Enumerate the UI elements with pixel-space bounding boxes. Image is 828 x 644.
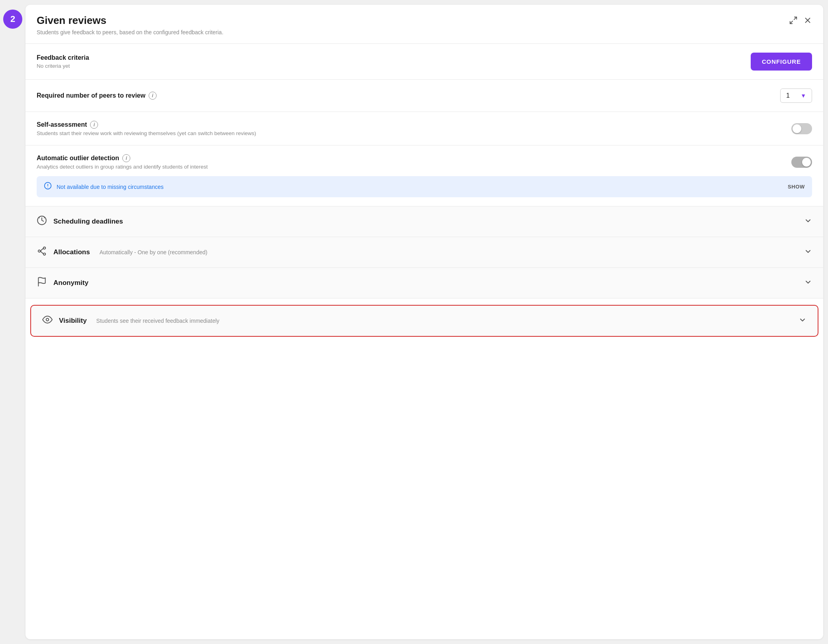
svg-point-12 xyxy=(46,318,49,321)
info-banner-text: Not available due to missing circumstanc… xyxy=(57,184,783,190)
main-panel: Given reviews Students give feedback to … xyxy=(26,5,823,639)
allocations-header[interactable]: Allocations Automatically - One by one (… xyxy=(26,237,823,267)
svg-line-0 xyxy=(794,17,797,20)
feedback-criteria-row: Feedback criteria No criteria yet CONFIG… xyxy=(37,53,812,71)
scheduling-deadlines-section: Scheduling deadlines xyxy=(26,206,823,237)
svg-line-1 xyxy=(790,21,793,24)
svg-point-9 xyxy=(43,253,45,255)
visibility-wrapper: Visibility Students see their received f… xyxy=(26,298,823,342)
scheduling-deadlines-icon xyxy=(37,215,47,228)
info-banner-icon xyxy=(44,182,52,192)
peers-value: 1 xyxy=(786,92,790,99)
anonymity-header[interactable]: Anonymity xyxy=(26,268,823,298)
visibility-section: Visibility Students see their received f… xyxy=(30,305,818,337)
scheduling-deadlines-left: Scheduling deadlines xyxy=(37,215,123,228)
required-peers-section: Required number of peers to review i 1 ▼ xyxy=(26,80,823,112)
feedback-criteria-info: Feedback criteria No criteria yet xyxy=(37,54,89,69)
allocations-icon xyxy=(37,246,47,259)
peers-dropdown[interactable]: 1 ▼ xyxy=(780,88,812,103)
required-peers-row: Required number of peers to review i 1 ▼ xyxy=(37,88,812,103)
visibility-left: Visibility Students see their received f… xyxy=(42,314,220,327)
outlier-detection-toggle-thumb xyxy=(802,158,811,167)
panel-title: Given reviews xyxy=(37,14,224,27)
main-container: 2 Given reviews Students give feedback t… xyxy=(0,0,828,644)
outlier-detection-label-text: Automatic outlier detection xyxy=(37,155,119,162)
required-peers-label: Required number of peers to review i xyxy=(37,92,157,100)
visibility-subtitle: Students see their received feedback imm… xyxy=(96,318,220,324)
svg-point-8 xyxy=(43,247,45,249)
scheduling-deadlines-title: Scheduling deadlines xyxy=(53,218,123,226)
outlier-detection-toggle[interactable] xyxy=(791,157,812,168)
header-text: Given reviews Students give feedback to … xyxy=(37,14,224,35)
anonymity-left: Anonymity xyxy=(37,277,88,289)
self-assessment-sublabel: Students start their review work with re… xyxy=(37,130,256,136)
info-banner-show-link[interactable]: SHOW xyxy=(788,184,805,190)
outlier-detection-info: Automatic outlier detection i Analytics … xyxy=(37,154,208,170)
scheduling-deadlines-chevron xyxy=(804,217,812,227)
required-peers-label-text: Required number of peers to review xyxy=(37,92,145,99)
self-assessment-toggle[interactable] xyxy=(791,123,812,134)
allocations-section: Allocations Automatically - One by one (… xyxy=(26,237,823,268)
header-icons xyxy=(789,14,812,27)
visibility-header[interactable]: Visibility Students see their received f… xyxy=(31,306,818,336)
outlier-detection-row: Automatic outlier detection i Analytics … xyxy=(37,154,812,170)
dropdown-arrow-icon: ▼ xyxy=(801,92,806,99)
visibility-icon xyxy=(42,314,53,327)
allocations-title: Allocations xyxy=(53,248,90,256)
allocations-left: Allocations Automatically - One by one (… xyxy=(37,246,207,259)
feedback-criteria-sublabel: No criteria yet xyxy=(37,63,89,69)
self-assessment-label-text: Self-assessment xyxy=(37,121,87,128)
anonymity-chevron xyxy=(804,278,812,288)
self-assessment-label: Self-assessment i xyxy=(37,121,256,129)
outlier-detection-toggle-track xyxy=(791,157,812,168)
self-assessment-row: Self-assessment i Students start their r… xyxy=(37,121,812,136)
outlier-detection-label: Automatic outlier detection i xyxy=(37,154,208,162)
scheduling-deadlines-header[interactable]: Scheduling deadlines xyxy=(26,206,823,237)
anonymity-title: Anonymity xyxy=(53,279,88,287)
step-circle: 2 xyxy=(3,10,22,29)
visibility-title: Visibility xyxy=(59,317,87,325)
step-number: 2 xyxy=(10,14,15,24)
self-assessment-toggle-track xyxy=(791,123,812,134)
anonymity-icon xyxy=(37,277,47,289)
expand-icon[interactable] xyxy=(789,16,798,27)
outlier-detection-info-icon[interactable]: i xyxy=(122,154,130,162)
outlier-detection-sublabel: Analytics detect outliers in group ratin… xyxy=(37,164,208,170)
self-assessment-section: Self-assessment i Students start their r… xyxy=(26,112,823,145)
close-icon[interactable] xyxy=(803,16,812,27)
self-assessment-toggle-thumb xyxy=(793,124,801,133)
allocations-subtitle: Automatically - One by one (recommended) xyxy=(100,249,208,255)
panel-subtitle: Students give feedback to peers, based o… xyxy=(37,29,224,35)
feedback-criteria-section: Feedback criteria No criteria yet CONFIG… xyxy=(26,44,823,80)
outlier-detection-section: Automatic outlier detection i Analytics … xyxy=(26,145,823,206)
configure-button[interactable]: CONFIGURE xyxy=(751,53,812,71)
required-peers-info-icon[interactable]: i xyxy=(149,92,157,100)
self-assessment-info: Self-assessment i Students start their r… xyxy=(37,121,256,136)
anonymity-section: Anonymity xyxy=(26,268,823,298)
self-assessment-info-icon[interactable]: i xyxy=(90,121,98,129)
feedback-criteria-label: Feedback criteria xyxy=(37,54,89,61)
panel-header: Given reviews Students give feedback to … xyxy=(26,5,823,44)
visibility-chevron xyxy=(799,316,806,326)
step-indicator: 2 xyxy=(0,0,26,644)
info-banner: Not available due to missing circumstanc… xyxy=(37,176,812,197)
allocations-chevron xyxy=(804,247,812,257)
